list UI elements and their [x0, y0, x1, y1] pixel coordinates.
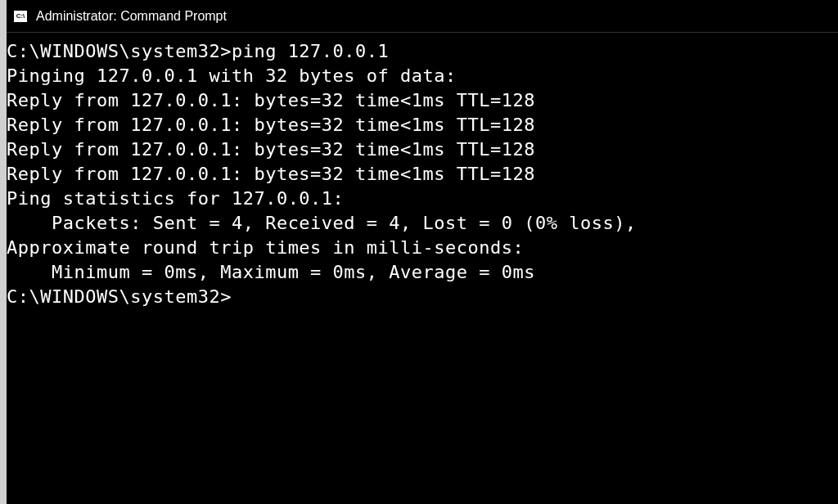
terminal-line: Approximate round trip times in milli-se…: [7, 236, 838, 260]
titlebar[interactable]: C:\ Administrator: Command Prompt: [7, 0, 838, 33]
outer-frame: C:\ Administrator: Command Prompt C:\WIN…: [0, 0, 838, 504]
terminal-line: Ping statistics for 127.0.0.1:: [7, 187, 838, 211]
terminal-line: Pinging 127.0.0.1 with 32 bytes of data:: [7, 64, 838, 88]
cmd-icon: C:\: [13, 10, 28, 23]
terminal-line: Packets: Sent = 4, Received = 4, Lost = …: [7, 211, 838, 236]
terminal-line: Minimum = 0ms, Maximum = 0ms, Average = …: [7, 260, 838, 285]
window-title: Administrator: Command Prompt: [36, 9, 227, 24]
terminal-prompt[interactable]: C:\WINDOWS\system32>: [7, 285, 838, 309]
terminal-line: Reply from 127.0.0.1: bytes=32 time<1ms …: [7, 162, 838, 187]
command-prompt-window: C:\ Administrator: Command Prompt C:\WIN…: [7, 0, 838, 504]
terminal-line: C:\WINDOWS\system32>ping 127.0.0.1: [7, 39, 838, 64]
terminal-line: Reply from 127.0.0.1: bytes=32 time<1ms …: [7, 137, 838, 162]
terminal-line: Reply from 127.0.0.1: bytes=32 time<1ms …: [7, 88, 838, 113]
terminal-line: Reply from 127.0.0.1: bytes=32 time<1ms …: [7, 113, 838, 137]
terminal-output[interactable]: C:\WINDOWS\system32>ping 127.0.0.1Pingin…: [7, 33, 838, 309]
